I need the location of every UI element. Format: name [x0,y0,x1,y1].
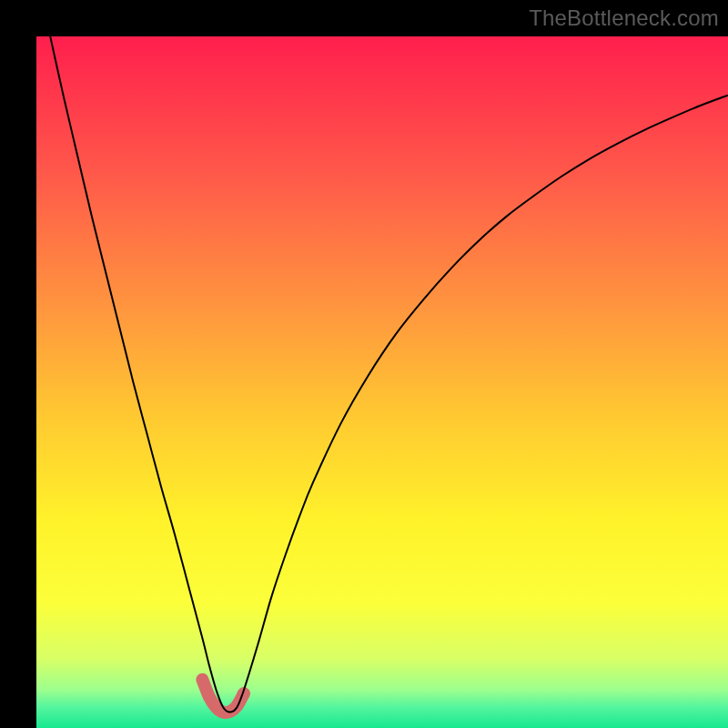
bottleneck-curve [50,36,728,713]
curve-layer [36,36,728,728]
watermark-text: TheBottleneck.com [529,5,719,31]
plot-area [36,36,728,728]
chart-frame: TheBottleneck.com [0,0,728,728]
